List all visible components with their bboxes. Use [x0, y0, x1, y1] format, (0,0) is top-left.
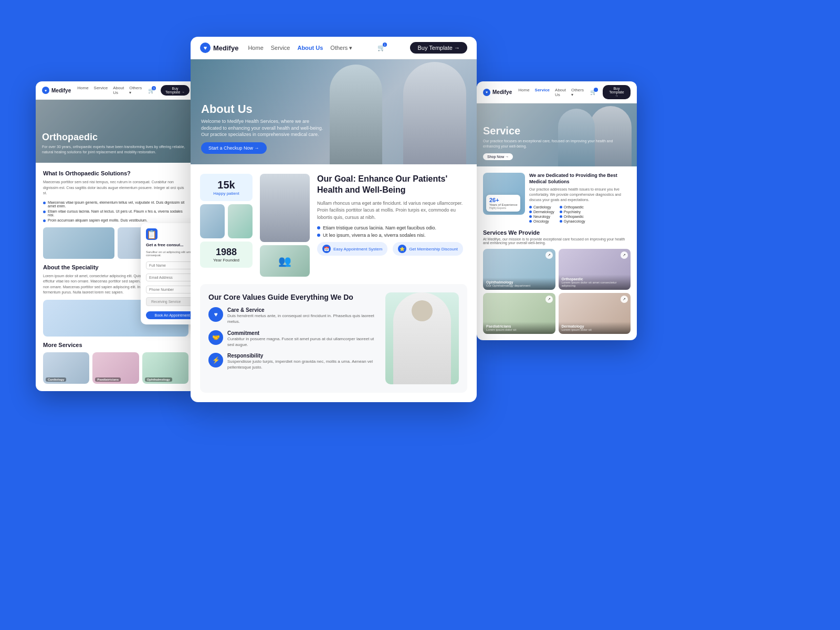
center-value-content-1: Care & Service Duis hendrerit metus ante… — [227, 307, 379, 324]
right-brand-name: Medifye — [492, 89, 512, 95]
center-value-2: 🤝 Commitment Curabitur in posuere magna.… — [208, 330, 379, 348]
center-appt-btn[interactable]: 📅 Easy Appointment System — [317, 242, 387, 256]
center-value-icon-2: 🤝 — [208, 330, 223, 345]
left-sc-label-opht: Ophthalmology — [145, 377, 172, 382]
left-card: ♥ Medifye Home Service About Us Others ▾… — [36, 81, 196, 391]
right-logo: ♥ Medifye — [483, 89, 512, 96]
center-value-content-2: Commitment Curabitur in posuere magna. F… — [227, 330, 379, 348]
right-hero-text: Service Our practice focuses on exceptio… — [483, 125, 631, 160]
center-cart-icon[interactable]: 🛒1 — [377, 44, 385, 51]
left-nav-service[interactable]: Service — [94, 86, 108, 95]
left-bullet-text-1: Maecenas vitae ipsum generis, elementum … — [48, 201, 188, 208]
left-sc-label-cardiology: Cardiology — [46, 377, 66, 382]
left-hero-text: Orthopaedic For over 30 years, orthopaed… — [42, 132, 190, 156]
right-sg-sub-ophtha: Our Ophthalmology department — [486, 284, 552, 287]
center-main: 15k Happy patient 1988 Year Founded 👥 — [191, 164, 477, 402]
left-nav-others[interactable]: Others ▾ — [129, 86, 142, 95]
right-services-title: Services We Provide — [483, 229, 631, 236]
left-service-cardiology[interactable]: Cardiology — [43, 352, 89, 384]
center-founded-label: Year Founded — [213, 258, 239, 262]
right-sg-arrow-derma[interactable]: ↗ — [621, 296, 628, 303]
center-doctor-figure-2 — [403, 62, 466, 164]
cf-phone-input[interactable] — [146, 286, 196, 293]
left-nav-home[interactable]: Home — [77, 86, 88, 95]
right-spec-ortho: Orthopaedic — [560, 205, 585, 209]
right-nav-others[interactable]: Others ▾ — [571, 88, 584, 97]
left-cart-badge: 1 — [152, 86, 156, 90]
left-buy-button[interactable]: Buy Template → — [161, 85, 190, 96]
right-hero-title: Service — [483, 125, 631, 137]
center-value-3: ⚡ Responsibility Suspendisse justo turpi… — [208, 353, 379, 370]
right-dedicated-box: 26+ Years of Experience Highly Experts W… — [483, 173, 631, 223]
right-nav-about[interactable]: About Us — [555, 88, 566, 97]
right-sg-label-derma: Dermatology Lorem ipsum dolor sit — [559, 322, 631, 334]
left-service-ophthalmology[interactable]: Ophthalmology — [142, 352, 188, 384]
right-sg-ortho[interactable]: ↗ Orthopaedic Lorem ipsum dolor sit amet… — [559, 249, 631, 290]
left-cart-icon[interactable]: 🛒1 — [148, 88, 154, 93]
right-dedicated-title: We are Dedicated to Providing the Best M… — [529, 173, 631, 185]
left-sc-label-paed: Paediatricians — [95, 377, 121, 382]
right-sg-ophtha[interactable]: ↗ Ophthalmology Our Ophthalmology depart… — [483, 249, 555, 290]
left-doc-img-1 — [43, 227, 114, 259]
right-exp-num: 26+ — [489, 197, 517, 203]
cf-name-input[interactable] — [146, 261, 196, 269]
right-spec-dot-neur — [529, 215, 532, 218]
right-service-grid: ↗ Ophthalmology Our Ophthalmology depart… — [483, 249, 631, 334]
center-goal-section: Our Goal: Enhance Our Patients' Health a… — [317, 174, 467, 277]
center-appt-label: Easy Appointment System — [333, 247, 382, 251]
center-hero-text: About Us Welcome to Medifye Health Servi… — [201, 102, 327, 154]
right-nav-home[interactable]: Home — [518, 88, 529, 97]
center-img-row — [200, 204, 253, 238]
right-sg-title-ophtha: Ophthalmology — [486, 280, 552, 284]
left-nav-about[interactable]: About Us — [113, 86, 124, 95]
right-hero-desc: Our practice focuses on exceptional care… — [483, 139, 631, 149]
center-cart-badge: 1 — [383, 43, 387, 47]
right-spec-dot-onco — [529, 220, 532, 223]
center-doc-img-left — [200, 204, 225, 238]
right-sg-derma[interactable]: ↗ Dermatology Lorem ipsum dolor sit — [559, 293, 631, 334]
center-stats-goal-row: 15k Happy patient 1988 Year Founded 👥 — [200, 174, 467, 277]
center-nav-about[interactable]: About Us — [297, 45, 323, 51]
left-bullet-text-2: Etiam vitae cursus lacinia. Nam ut lectu… — [48, 209, 188, 217]
left-bullet-3: Proin accumsan aliquam sapien eget molli… — [43, 218, 188, 222]
left-hero-title: Orthopaedic — [42, 132, 190, 143]
right-spec-dot-derm — [529, 211, 532, 213]
right-sg-paed[interactable]: ↗ Paediatricians Lorem ipsum dolor sit — [483, 293, 555, 334]
right-sg-title-paed: Paediatricians — [486, 324, 552, 328]
right-nav: ♥ Medifye Home Service About Us Others ▾… — [477, 81, 637, 103]
right-sg-arrow-paed[interactable]: ↗ — [545, 296, 553, 303]
cf-book-button[interactable]: Book An Appointment — [146, 311, 196, 319]
right-spec-dot-cardiology — [529, 206, 532, 208]
center-member-btn[interactable]: ⭐ Get Membership Discount — [393, 242, 463, 256]
center-nav-others[interactable]: Others ▾ — [330, 45, 352, 51]
center-cv-title: Our Core Values Guide Everything We Do — [208, 292, 379, 302]
right-sg-arrow-ophtha[interactable]: ↗ — [545, 251, 553, 259]
center-value-1: ♥ Care & Service Duis hendrerit metus an… — [208, 307, 379, 324]
right-spec-dot-ortho — [560, 206, 562, 208]
center-nav-home[interactable]: Home — [248, 45, 263, 51]
left-logo: ♥ Medifye — [42, 87, 71, 94]
center-value-desc-1: Duis hendrerit metus ante, in consequat … — [227, 313, 379, 324]
right-sg-label-ortho: Orthopaedic Lorem ipsum dolor sit amet c… — [559, 275, 631, 290]
center-buy-button[interactable]: Buy Template → — [410, 42, 467, 54]
center-checkup-button[interactable]: Start a Checkup Now → — [201, 142, 267, 154]
left-what-title: What Is Orthopaedic Solutions? — [43, 170, 188, 176]
right-spec-cardiology: Cardiology — [529, 205, 554, 209]
right-spec-ortho2: Orthopaedic — [560, 215, 585, 218]
center-check-2: Ut leo ipsum, viverra a leo a, viverra s… — [317, 233, 467, 238]
right-hero: Service Our practice focuses on exceptio… — [477, 103, 637, 166]
center-nav-service[interactable]: Service — [271, 45, 290, 51]
right-nav-service[interactable]: Service — [535, 88, 550, 97]
right-shop-button[interactable]: Shop Now → — [483, 153, 513, 160]
cf-service-select[interactable]: Receiving Service — [146, 297, 196, 306]
right-exp-sub: Highly Experts — [489, 206, 517, 209]
right-cart-icon[interactable]: 🛒 — [590, 89, 596, 95]
right-nav-list: Home Service About Us Others ▾ — [518, 88, 584, 97]
center-left-col: 15k Happy patient 1988 Year Founded — [200, 174, 253, 277]
left-service-paediatricians[interactable]: Paediatricians — [92, 352, 139, 384]
cf-email-input[interactable] — [146, 274, 196, 281]
right-buy-button[interactable]: Buy Template → — [603, 85, 631, 99]
center-goal-title: Our Goal: Enhance Our Patients' Health a… — [317, 174, 467, 196]
center-card: ♥ Medifye Home Service About Us Others ▾… — [191, 37, 477, 402]
right-sg-arrow-ortho[interactable]: ↗ — [621, 251, 628, 259]
